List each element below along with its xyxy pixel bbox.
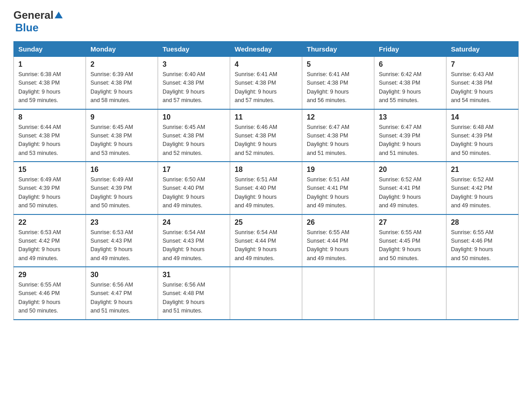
calendar-cell: 15Sunrise: 6:49 AMSunset: 4:39 PMDayligh… [14,162,86,214]
day-number: 27 [379,218,442,227]
day-info: Sunrise: 6:56 AMSunset: 4:48 PMDaylight:… [163,281,225,316]
day-number: 5 [307,60,369,68]
calendar-cell: 1Sunrise: 6:38 AMSunset: 4:38 PMDaylight… [14,57,86,109]
day-number: 1 [18,60,81,68]
day-info: Sunrise: 6:38 AMSunset: 4:38 PMDaylight:… [18,70,81,105]
day-info: Sunrise: 6:41 AMSunset: 4:38 PMDaylight:… [235,70,297,105]
day-info: Sunrise: 6:45 AMSunset: 4:38 PMDaylight:… [163,123,225,158]
calendar-cell: 17Sunrise: 6:50 AMSunset: 4:40 PMDayligh… [158,162,230,214]
calendar-cell: 20Sunrise: 6:52 AMSunset: 4:41 PMDayligh… [374,162,446,214]
day-info: Sunrise: 6:55 AMSunset: 4:45 PMDaylight:… [379,228,442,263]
day-info: Sunrise: 6:47 AMSunset: 4:39 PMDaylight:… [379,123,442,158]
calendar-cell: 3Sunrise: 6:40 AMSunset: 4:38 PMDaylight… [158,57,230,109]
calendar-week-row: 8Sunrise: 6:44 AMSunset: 4:38 PMDaylight… [14,109,519,162]
day-number: 2 [90,60,153,68]
day-info: Sunrise: 6:49 AMSunset: 4:39 PMDaylight:… [18,176,81,210]
day-info: Sunrise: 6:56 AMSunset: 4:47 PMDaylight:… [90,281,153,316]
header-sunday: Sunday [14,42,86,57]
day-number: 16 [90,166,153,174]
day-number: 17 [163,166,225,174]
day-number: 25 [235,218,297,227]
day-info: Sunrise: 6:54 AMSunset: 4:43 PMDaylight:… [163,228,225,263]
day-info: Sunrise: 6:51 AMSunset: 4:41 PMDaylight:… [307,176,369,210]
calendar-cell: 5Sunrise: 6:41 AMSunset: 4:38 PMDaylight… [302,57,374,109]
day-number: 9 [90,113,153,121]
day-info: Sunrise: 6:51 AMSunset: 4:40 PMDaylight:… [235,176,297,210]
calendar-week-row: 22Sunrise: 6:53 AMSunset: 4:42 PMDayligh… [14,214,519,267]
logo-triangle-icon [55,12,63,18]
day-info: Sunrise: 6:44 AMSunset: 4:38 PMDaylight:… [18,123,81,158]
header-thursday: Thursday [302,42,374,57]
header-tuesday: Tuesday [158,42,230,57]
calendar-cell: 16Sunrise: 6:49 AMSunset: 4:39 PMDayligh… [86,162,158,214]
day-number: 14 [451,113,514,121]
header-friday: Friday [374,42,446,57]
day-number: 22 [18,218,81,227]
calendar-cell [446,267,519,320]
calendar-cell: 14Sunrise: 6:48 AMSunset: 4:39 PMDayligh… [446,109,519,162]
day-info: Sunrise: 6:49 AMSunset: 4:39 PMDaylight:… [90,176,153,210]
calendar-cell: 22Sunrise: 6:53 AMSunset: 4:42 PMDayligh… [14,214,86,267]
calendar-week-row: 29Sunrise: 6:55 AMSunset: 4:46 PMDayligh… [14,267,519,320]
day-info: Sunrise: 6:39 AMSunset: 4:38 PMDaylight:… [90,70,153,105]
day-info: Sunrise: 6:43 AMSunset: 4:38 PMDaylight:… [451,70,514,105]
day-info: Sunrise: 6:53 AMSunset: 4:42 PMDaylight:… [18,228,81,263]
day-info: Sunrise: 6:52 AMSunset: 4:41 PMDaylight:… [379,176,442,210]
day-number: 30 [90,271,153,279]
day-info: Sunrise: 6:55 AMSunset: 4:46 PMDaylight:… [451,228,514,263]
calendar-cell: 30Sunrise: 6:56 AMSunset: 4:47 PMDayligh… [86,267,158,320]
day-info: Sunrise: 6:42 AMSunset: 4:38 PMDaylight:… [379,70,442,105]
calendar-header-row: SundayMondayTuesdayWednesdayThursdayFrid… [14,42,519,57]
calendar-cell: 25Sunrise: 6:54 AMSunset: 4:44 PMDayligh… [230,214,302,267]
day-number: 6 [379,60,442,68]
calendar-cell [230,267,302,320]
day-number: 11 [235,113,297,121]
calendar-cell: 24Sunrise: 6:54 AMSunset: 4:43 PMDayligh… [158,214,230,267]
calendar-week-row: 15Sunrise: 6:49 AMSunset: 4:39 PMDayligh… [14,162,519,214]
day-number: 18 [235,166,297,174]
day-number: 20 [379,166,442,174]
page-header: General Blue [13,9,519,34]
logo-blue-text: Blue [15,21,39,34]
day-number: 21 [451,166,514,174]
logo-general-text: General [13,9,53,21]
day-info: Sunrise: 6:45 AMSunset: 4:38 PMDaylight:… [90,123,153,158]
day-info: Sunrise: 6:52 AMSunset: 4:42 PMDaylight:… [451,176,514,210]
calendar-cell: 19Sunrise: 6:51 AMSunset: 4:41 PMDayligh… [302,162,374,214]
calendar-cell: 26Sunrise: 6:55 AMSunset: 4:44 PMDayligh… [302,214,374,267]
calendar-cell: 18Sunrise: 6:51 AMSunset: 4:40 PMDayligh… [230,162,302,214]
day-info: Sunrise: 6:40 AMSunset: 4:38 PMDaylight:… [163,70,225,105]
calendar-cell: 2Sunrise: 6:39 AMSunset: 4:38 PMDaylight… [86,57,158,109]
header-saturday: Saturday [446,42,519,57]
day-info: Sunrise: 6:55 AMSunset: 4:46 PMDaylight:… [18,281,81,316]
day-number: 8 [18,113,81,121]
day-number: 24 [163,218,225,227]
calendar-cell: 29Sunrise: 6:55 AMSunset: 4:46 PMDayligh… [14,267,86,320]
day-number: 23 [90,218,153,227]
logo: General Blue [13,9,63,34]
day-info: Sunrise: 6:41 AMSunset: 4:38 PMDaylight:… [307,70,369,105]
day-number: 26 [307,218,369,227]
calendar-week-row: 1Sunrise: 6:38 AMSunset: 4:38 PMDaylight… [14,57,519,109]
calendar-cell: 23Sunrise: 6:53 AMSunset: 4:43 PMDayligh… [86,214,158,267]
day-number: 3 [163,60,225,68]
calendar-cell: 4Sunrise: 6:41 AMSunset: 4:38 PMDaylight… [230,57,302,109]
day-number: 10 [163,113,225,121]
calendar-table: SundayMondayTuesdayWednesdayThursdayFrid… [13,41,519,320]
day-number: 7 [451,60,514,68]
day-number: 4 [235,60,297,68]
day-info: Sunrise: 6:46 AMSunset: 4:38 PMDaylight:… [235,123,297,158]
calendar-cell: 7Sunrise: 6:43 AMSunset: 4:38 PMDaylight… [446,57,519,109]
calendar-cell: 21Sunrise: 6:52 AMSunset: 4:42 PMDayligh… [446,162,519,214]
calendar-cell: 27Sunrise: 6:55 AMSunset: 4:45 PMDayligh… [374,214,446,267]
calendar-cell: 10Sunrise: 6:45 AMSunset: 4:38 PMDayligh… [158,109,230,162]
header-monday: Monday [86,42,158,57]
day-info: Sunrise: 6:55 AMSunset: 4:44 PMDaylight:… [307,228,369,263]
calendar-cell: 12Sunrise: 6:47 AMSunset: 4:38 PMDayligh… [302,109,374,162]
calendar-cell: 8Sunrise: 6:44 AMSunset: 4:38 PMDaylight… [14,109,86,162]
day-info: Sunrise: 6:47 AMSunset: 4:38 PMDaylight:… [307,123,369,158]
day-number: 12 [307,113,369,121]
calendar-cell: 6Sunrise: 6:42 AMSunset: 4:38 PMDaylight… [374,57,446,109]
calendar-cell [374,267,446,320]
day-number: 31 [163,271,225,279]
